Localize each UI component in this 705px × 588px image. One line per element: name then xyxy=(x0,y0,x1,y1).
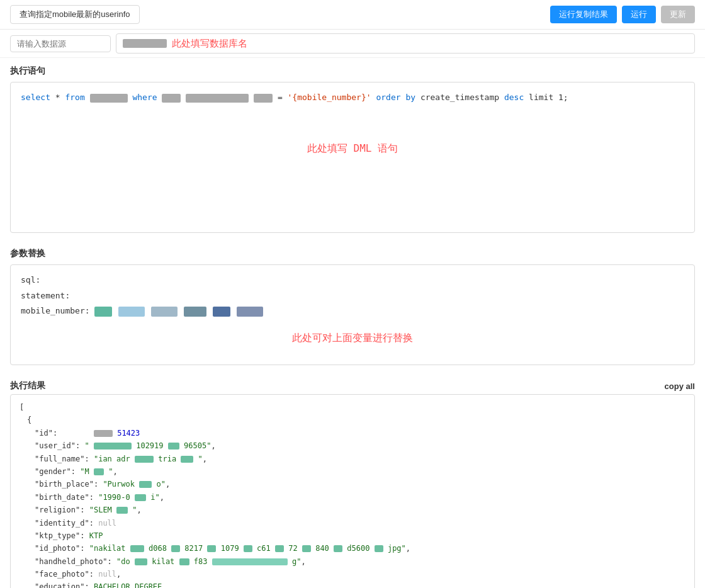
json-handheld-blur1 xyxy=(135,558,147,565)
sql-blurred-col2 xyxy=(186,94,249,103)
json-religion: "religion": "SLEM ", xyxy=(20,504,685,516)
param-blurred-3 xyxy=(151,307,178,317)
param-blurred-6 xyxy=(237,307,263,317)
json-handheld: "handheld_photo": "do kilat f83 g", xyxy=(20,555,685,568)
top-bar: 查询指定mobile最新的userinfo 运行复制结果 运行 更新 xyxy=(0,0,705,30)
sql-kw-order: order by xyxy=(376,93,415,102)
param-line-stmt: statement: xyxy=(21,288,684,304)
json-idphoto-blur3 xyxy=(207,545,216,552)
json-idphoto-blur7 xyxy=(334,545,342,552)
json-line-0: [ xyxy=(20,401,685,414)
param-blurred-5 xyxy=(213,307,230,317)
json-userid-blur2 xyxy=(168,443,179,449)
run-button[interactable]: 运行 xyxy=(622,6,656,23)
json-birthdate-blur xyxy=(135,494,146,501)
param-line-mobile: mobile_number: xyxy=(21,303,684,319)
param-hint: 此处可对上面变量进行替换 xyxy=(21,332,684,345)
sql-equals: = xyxy=(278,93,288,102)
json-idphoto: "id_photo": "nakilat d068 8217 1079 c61 … xyxy=(20,542,685,555)
json-gender: "gender": "M ", xyxy=(20,465,685,478)
json-handheld-blur3 xyxy=(212,558,288,565)
json-facephoto: "face_photo": null, xyxy=(20,568,685,580)
sql-kw-from: from xyxy=(65,93,84,102)
copy-all-button[interactable]: copy all xyxy=(665,382,695,391)
sql-editor[interactable]: select * from where = '{mobile_number}' … xyxy=(10,82,695,233)
update-button[interactable]: 更新 xyxy=(661,6,695,23)
sql-dml-placeholder: 此处填写 DML 语句 xyxy=(21,142,684,155)
json-idphoto-blur2 xyxy=(171,545,180,552)
json-fullname-blur2 xyxy=(181,456,193,463)
param-editor[interactable]: sql: statement: mobile_number: 此处可对上面变量进… xyxy=(10,264,695,365)
sql-section: 执行语句 select * from where = '{mobile_numb… xyxy=(0,58,705,240)
json-line-1: { xyxy=(20,414,685,426)
param-section: 参数替换 sql: statement: mobile_number: 此处可对… xyxy=(0,240,705,373)
json-handheld-blur2 xyxy=(179,558,189,565)
run-copy-button[interactable]: 运行复制结果 xyxy=(550,6,617,23)
sql-kw-desc: desc xyxy=(504,93,524,102)
datasource-input[interactable] xyxy=(10,35,111,52)
json-idphoto-blur4 xyxy=(244,545,252,552)
json-birthdate: "birth_date": "1990-0 i", xyxy=(20,491,685,504)
json-birthplace-blur xyxy=(139,481,152,488)
param-blurred-2 xyxy=(118,307,145,317)
sql-kw-select: select xyxy=(21,93,50,102)
json-id-blurred xyxy=(94,430,113,437)
json-fullname: "full_name": "ian adr tria ", xyxy=(20,453,685,465)
json-education: "education": BACHELOR DEGREE xyxy=(20,580,685,588)
sql-blurred-table xyxy=(90,94,128,103)
sql-create-ts: create_timestamp xyxy=(420,93,504,102)
json-gender-blur xyxy=(94,468,104,475)
result-title: 执行结果 xyxy=(10,380,45,392)
sql-limit: limit 1; xyxy=(529,93,568,102)
sql-mobile-param: '{mobile_number}' xyxy=(288,93,371,102)
sql-blurred-col1 xyxy=(162,94,181,103)
param-blurred-1 xyxy=(94,307,112,317)
json-idphoto-blur6 xyxy=(302,545,311,552)
db-name-placeholder: 此处填写数据库名 xyxy=(172,38,247,50)
result-area: [ { "id": 51423 "user_id": " 102919 9650… xyxy=(10,394,695,588)
json-birthplace: "birth_place": "Purwok o", xyxy=(20,478,685,490)
query-button[interactable]: 查询指定mobile最新的userinfo xyxy=(10,5,140,24)
param-mobile-key: mobile_number: xyxy=(21,306,90,315)
param-line-sql: sql: xyxy=(21,273,684,288)
json-idphoto-blur8 xyxy=(375,545,383,552)
json-fullname-blur xyxy=(135,456,154,463)
sql-section-title: 执行语句 xyxy=(10,65,695,77)
param-blurred-4 xyxy=(184,307,206,317)
json-idphoto-blur5 xyxy=(275,545,284,552)
sql-star: * xyxy=(55,93,65,102)
sql-line-1: select * from where = '{mobile_number}' … xyxy=(21,90,684,105)
json-ktptype: "ktp_type": KTP xyxy=(20,529,685,542)
json-id: "id": 51423 xyxy=(20,427,685,439)
db-input-row: 此处填写数据库名 xyxy=(0,30,705,58)
json-idphoto-blur1 xyxy=(130,545,144,552)
sql-blurred-col3 xyxy=(254,94,273,103)
json-identity: "identity_d": null xyxy=(20,517,685,529)
param-section-title: 参数替换 xyxy=(10,248,695,259)
top-bar-right: 运行复制结果 运行 更新 xyxy=(550,6,695,23)
json-religion-blur xyxy=(116,507,128,514)
result-header: 执行结果 copy all xyxy=(0,373,705,394)
top-bar-left: 查询指定mobile最新的userinfo xyxy=(10,5,140,24)
json-userid-blur1 xyxy=(94,443,132,449)
json-user-id: "user_id": " 102919 96505", xyxy=(20,439,685,452)
sql-kw-where: where xyxy=(132,93,157,102)
